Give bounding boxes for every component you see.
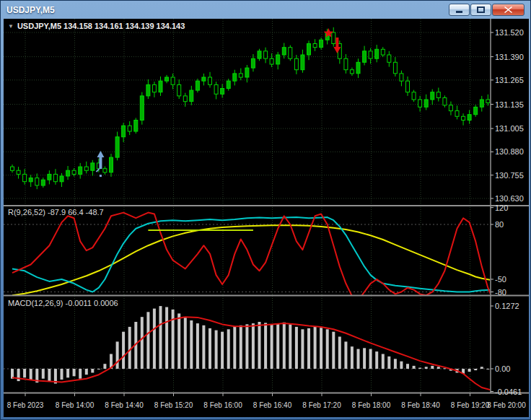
macd-bar bbox=[344, 341, 347, 369]
candle-body bbox=[332, 32, 335, 44]
time-label: 8 Feb 14:40 bbox=[105, 401, 144, 409]
macd-bar bbox=[184, 317, 187, 369]
candle-body bbox=[289, 48, 292, 59]
macd-tick-label: 0.1272 bbox=[495, 302, 519, 310]
macd-bar bbox=[474, 369, 477, 370]
osc-tick-label: -80 bbox=[495, 288, 506, 297]
candle-body bbox=[214, 84, 218, 94]
candle-body bbox=[381, 49, 385, 55]
macd-bar bbox=[406, 364, 409, 369]
macd-bar bbox=[289, 324, 291, 369]
chart-area[interactable]: ▼ USDJPY,M5 134.158 134.161 134.139 134.… bbox=[4, 19, 529, 417]
macd-bar bbox=[91, 369, 94, 373]
minimize-icon bbox=[455, 6, 463, 13]
candle-body bbox=[369, 51, 372, 58]
macd-bar bbox=[363, 348, 366, 369]
candle-body bbox=[301, 55, 304, 70]
time-label: 8 Feb 18:40 bbox=[401, 401, 440, 409]
candle-body bbox=[468, 115, 471, 121]
time-label: 8 Feb 20:00 bbox=[487, 401, 526, 409]
candle-body bbox=[393, 62, 397, 74]
macd-bar bbox=[97, 369, 100, 369]
macd-bar bbox=[66, 369, 69, 377]
macd-bar bbox=[245, 324, 248, 369]
macd-bar bbox=[85, 369, 88, 375]
candle-body bbox=[84, 167, 88, 170]
time-label: 8 Feb 14:00 bbox=[56, 401, 95, 409]
candle-body bbox=[35, 178, 39, 185]
macd-bar bbox=[283, 323, 286, 369]
candle-body bbox=[190, 90, 193, 102]
candle-body bbox=[41, 180, 45, 185]
macd-bar bbox=[375, 351, 378, 369]
price-tick-label: 131.135 bbox=[495, 100, 524, 109]
candle-body bbox=[233, 74, 237, 81]
macd-bar bbox=[382, 354, 385, 369]
macd-bar bbox=[190, 320, 193, 369]
time-axis[interactable]: 8 Feb 20238 Feb 14:008 Feb 14:408 Feb 15… bbox=[4, 393, 529, 417]
price-axis[interactable]: 131.520131.390131.265131.135131.005130.8… bbox=[491, 19, 529, 396]
macd-bar bbox=[357, 349, 360, 369]
candle-body bbox=[239, 74, 242, 77]
macd-bar bbox=[23, 369, 26, 377]
chart-canvas[interactable]: 131.520131.390131.265131.135131.005130.8… bbox=[4, 19, 529, 417]
minimize-button[interactable] bbox=[449, 4, 470, 16]
candle-body bbox=[418, 100, 422, 107]
titlebar[interactable]: USDJPY,M5 bbox=[4, 1, 527, 19]
candle-body bbox=[276, 55, 280, 64]
macd-bar bbox=[141, 317, 144, 369]
candle-body bbox=[110, 157, 113, 172]
candle-body bbox=[48, 174, 51, 180]
macd-bar bbox=[276, 323, 279, 369]
macd-bar bbox=[369, 349, 372, 369]
candle-body bbox=[486, 100, 490, 102]
macd-bar bbox=[17, 369, 20, 381]
candle-body bbox=[406, 81, 410, 92]
candle-body bbox=[177, 84, 181, 95]
candle-body bbox=[424, 100, 428, 107]
candle-body bbox=[140, 96, 144, 121]
macd-bar bbox=[431, 366, 434, 369]
macd-bar bbox=[413, 366, 416, 369]
candle-body bbox=[307, 44, 311, 56]
macd-bar bbox=[264, 323, 267, 369]
macd-bar bbox=[196, 323, 199, 369]
candle-body bbox=[196, 81, 199, 90]
candle-body bbox=[202, 77, 206, 81]
time-label: 8 Feb 15:20 bbox=[154, 401, 193, 409]
macd-bar bbox=[202, 325, 205, 369]
macd-bar bbox=[73, 369, 76, 376]
candle-body bbox=[480, 100, 483, 107]
macd-bar bbox=[271, 324, 273, 369]
macd-bar bbox=[258, 322, 261, 369]
macd-bar bbox=[221, 332, 224, 369]
macd-bar bbox=[172, 310, 175, 369]
macd-bar bbox=[215, 331, 218, 369]
close-button[interactable] bbox=[492, 4, 525, 16]
macd-bar bbox=[165, 307, 168, 369]
candle-body bbox=[221, 89, 224, 95]
macd-bar bbox=[227, 329, 230, 369]
candle-body bbox=[356, 62, 360, 74]
candle-body bbox=[400, 74, 403, 81]
candle-body bbox=[431, 92, 434, 100]
macd-bar bbox=[61, 369, 63, 380]
price-tick-label: 131.390 bbox=[495, 53, 524, 61]
price-tick-label: 130.880 bbox=[495, 147, 524, 156]
price-tick-label: 131.265 bbox=[495, 76, 524, 84]
osc-tick-label: 80 bbox=[495, 220, 504, 229]
macd-bar bbox=[437, 367, 440, 369]
macd-bar bbox=[233, 327, 236, 369]
maximize-button[interactable] bbox=[470, 4, 491, 16]
time-label: 8 Feb 16:40 bbox=[253, 401, 292, 409]
macd-bar bbox=[301, 329, 304, 369]
close-icon bbox=[504, 6, 512, 13]
candle-body bbox=[91, 163, 95, 170]
candle-body bbox=[128, 126, 131, 131]
macd-bar bbox=[338, 337, 341, 369]
macd-bar bbox=[30, 369, 32, 380]
candle-body bbox=[60, 176, 63, 182]
candle-body bbox=[350, 70, 354, 74]
macd-bar bbox=[468, 369, 471, 372]
macd-bar bbox=[42, 369, 45, 379]
